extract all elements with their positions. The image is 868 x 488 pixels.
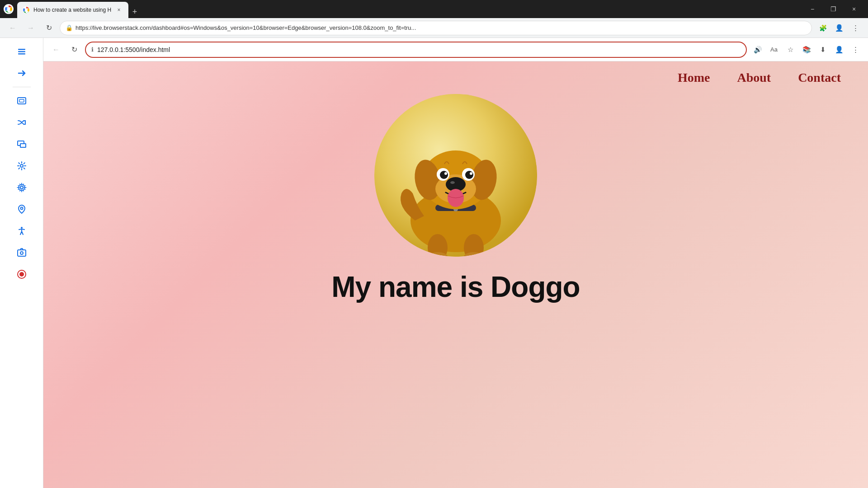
svg-point-40 xyxy=(470,172,472,175)
debug-settings-icon[interactable] xyxy=(10,156,33,176)
dog-illustration xyxy=(374,94,537,257)
outer-forward-button[interactable]: → xyxy=(24,21,38,35)
outer-nav-bar: ← → ↻ 🔒 https://live.browserstack.com/da… xyxy=(0,18,868,38)
dog-avatar xyxy=(374,94,537,257)
resize-icon[interactable] xyxy=(10,134,33,154)
svg-point-4 xyxy=(25,9,28,11)
browserstack-sidebar xyxy=(0,38,43,488)
svg-point-13 xyxy=(20,164,23,167)
edge-menu-button[interactable]: ⋮ xyxy=(848,42,863,57)
tab-favicon-icon xyxy=(23,6,30,14)
location-pin-icon[interactable] xyxy=(10,199,33,219)
inner-nav-bar-right: 🔊 Aa ☆ 📚 ⬇ 👤 ⋮ xyxy=(750,42,863,57)
svg-point-18 xyxy=(20,252,23,254)
svg-rect-17 xyxy=(18,250,26,256)
outer-back-button[interactable]: ← xyxy=(5,21,20,35)
address-input[interactable] xyxy=(97,46,741,53)
chrome-window: How to create a website using H × + − ❐ … xyxy=(0,0,868,488)
accessibility-icon[interactable] xyxy=(10,221,33,241)
title-bar-left: How to create a website using H × + xyxy=(4,0,802,18)
outer-url-display: https://live.browserstack.com/dashboard#… xyxy=(75,24,416,31)
svg-point-2 xyxy=(7,8,10,11)
address-bar[interactable]: ℹ xyxy=(85,42,747,58)
downloads-icon[interactable]: ⬇ xyxy=(816,42,830,57)
address-info-icon: ℹ xyxy=(91,46,94,53)
svg-point-14 xyxy=(20,186,23,189)
svg-point-20 xyxy=(19,272,24,277)
svg-point-16 xyxy=(21,227,23,229)
hamburger-menu-icon[interactable] xyxy=(10,42,33,61)
about-nav-link[interactable]: About xyxy=(737,70,771,85)
main-area: ← ↻ ℹ 🔊 Aa ☆ 📚 ⬇ 👤 ⋮ xyxy=(0,38,868,488)
outer-extensions-button[interactable]: 🧩 xyxy=(816,21,830,35)
new-tab-button[interactable]: + xyxy=(128,5,141,18)
svg-point-38 xyxy=(465,171,473,179)
site-navigation: Home About Contact xyxy=(43,61,868,85)
stop-record-icon[interactable] xyxy=(10,264,33,284)
webpage-content: Home About Contact xyxy=(43,61,868,488)
tab-strip: How to create a website using H × + xyxy=(17,0,141,18)
settings-icon[interactable] xyxy=(10,178,33,197)
viewport-icon[interactable] xyxy=(10,91,33,111)
svg-rect-9 xyxy=(19,99,24,102)
svg-rect-5 xyxy=(18,49,25,50)
favorites-star-icon[interactable]: ☆ xyxy=(783,42,797,57)
immersive-reader-icon[interactable]: Aa xyxy=(767,42,781,57)
profile-icon[interactable]: 👤 xyxy=(832,42,846,57)
collections-icon[interactable]: 📚 xyxy=(799,42,814,57)
contact-nav-link[interactable]: Contact xyxy=(798,70,841,85)
maximize-button[interactable]: ❐ xyxy=(823,2,844,16)
svg-rect-6 xyxy=(18,51,25,52)
site-hero-title: My name is Doggo xyxy=(331,270,580,304)
outer-menu-button[interactable]: ⋮ xyxy=(848,21,863,35)
inner-back-button[interactable]: ← xyxy=(49,42,63,57)
svg-rect-11 xyxy=(20,144,26,147)
close-button[interactable]: × xyxy=(844,2,864,16)
svg-rect-7 xyxy=(18,53,25,55)
outer-profile-button[interactable]: 👤 xyxy=(832,21,846,35)
inner-nav-bar: ← ↻ ℹ 🔊 Aa ☆ 📚 ⬇ 👤 ⋮ xyxy=(43,38,868,61)
window-controls: − ❐ × xyxy=(802,2,864,16)
lock-icon: 🔒 xyxy=(66,24,73,31)
shuffle-icon[interactable] xyxy=(10,113,33,132)
svg-point-34 xyxy=(450,181,455,184)
sidebar-divider xyxy=(13,87,31,87)
tab-title: How to create a website using H xyxy=(33,7,111,13)
svg-rect-8 xyxy=(18,98,26,104)
read-aloud-icon[interactable]: 🔊 xyxy=(750,42,765,57)
chrome-logo-icon xyxy=(4,4,14,14)
image-screenshot-icon[interactable] xyxy=(10,243,33,263)
home-nav-link[interactable]: Home xyxy=(678,70,710,85)
active-tab[interactable]: How to create a website using H × xyxy=(17,2,128,18)
minimize-button[interactable]: − xyxy=(802,2,823,16)
outer-title-bar: How to create a website using H × + − ❐ … xyxy=(0,0,868,18)
svg-point-39 xyxy=(444,172,447,175)
outer-refresh-button[interactable]: ↻ xyxy=(42,21,56,35)
outer-nav-bar-right: 🧩 👤 ⋮ xyxy=(816,21,863,35)
inner-refresh-button[interactable]: ↻ xyxy=(67,42,81,57)
svg-point-15 xyxy=(20,207,23,210)
arrow-right-icon[interactable] xyxy=(10,63,33,83)
inner-browser: ← ↻ ℹ 🔊 Aa ☆ 📚 ⬇ 👤 ⋮ xyxy=(43,38,868,488)
tab-close-button[interactable]: × xyxy=(115,6,123,14)
svg-point-37 xyxy=(440,171,448,179)
